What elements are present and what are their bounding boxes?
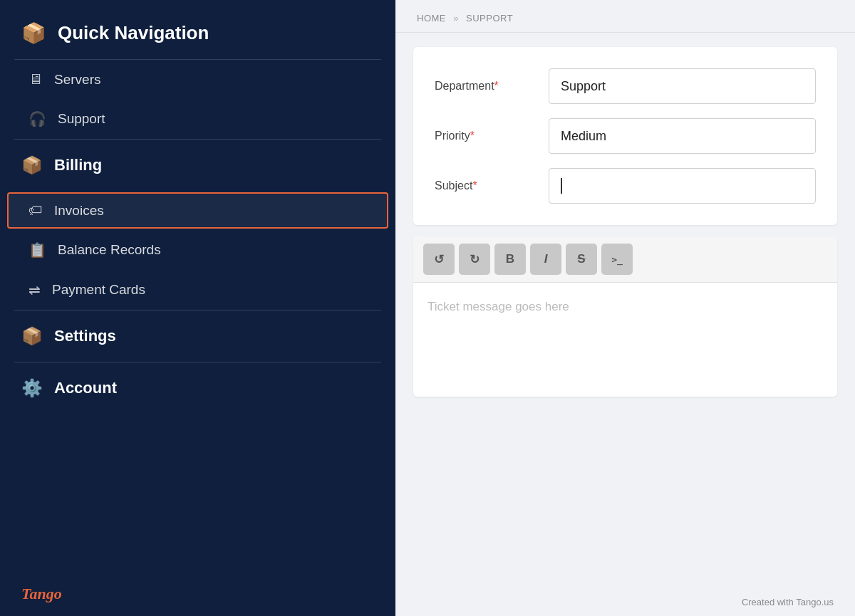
bold-button[interactable]: B (494, 244, 526, 275)
department-row: Department* Support (435, 68, 816, 104)
sidebar-item-balance-records[interactable]: 📋 Balance Records (0, 230, 395, 270)
tango-logo: Tango (21, 585, 62, 603)
servers-icon: 🖥 (28, 71, 43, 88)
account-section-label: Account (54, 379, 117, 397)
sidebar-item-invoices[interactable]: 🏷 Invoices (7, 192, 388, 229)
invoices-icon: 🏷 (28, 202, 43, 219)
breadcrumb: HOME » SUPPORT (395, 0, 855, 33)
subject-required: * (472, 179, 477, 192)
sidebar-footer: Tango (0, 572, 395, 616)
breadcrumb-home[interactable]: HOME (417, 13, 446, 24)
priority-label: Priority* (435, 130, 549, 142)
sidebar-title: Quick Navigation (58, 22, 209, 44)
sidebar-header[interactable]: 📦 Quick Navigation (0, 0, 395, 59)
italic-button[interactable]: I (530, 244, 561, 275)
payment-cards-icon: ⇌ (28, 281, 41, 298)
editor-toolbar: ↺ ↻ B I S >_ (413, 236, 837, 283)
account-icon: ⚙️ (21, 378, 43, 398)
breadcrumb-separator: » (453, 13, 459, 24)
billing-icon: 📦 (21, 155, 43, 175)
settings-section-label: Settings (54, 327, 116, 345)
support-icon: 🎧 (28, 110, 46, 127)
editor-card: ↺ ↻ B I S >_ Ticket message goes here (413, 236, 837, 397)
breadcrumb-current: SUPPORT (466, 13, 513, 24)
billing-section[interactable]: 📦 Billing (0, 140, 395, 191)
department-required: * (494, 80, 499, 92)
editor-body[interactable]: Ticket message goes here (413, 283, 837, 397)
undo-button[interactable]: ↺ (423, 244, 455, 275)
department-value: Support (561, 79, 606, 94)
form-card: Department* Support Priority* Medium Sub… (413, 47, 837, 225)
quick-nav-icon: 📦 (21, 21, 46, 45)
priority-field[interactable]: Medium (549, 118, 816, 154)
department-label: Department* (435, 80, 549, 93)
redo-button[interactable]: ↻ (459, 244, 490, 275)
sidebar-item-balance-records-label: Balance Records (58, 242, 161, 258)
sidebar-item-payment-cards-label: Payment Cards (52, 282, 145, 298)
priority-required: * (470, 130, 475, 142)
settings-section[interactable]: 📦 Settings (0, 310, 395, 362)
priority-row: Priority* Medium (435, 118, 816, 154)
main-content: HOME » SUPPORT Department* Support Prior… (395, 0, 855, 616)
department-field[interactable]: Support (549, 68, 816, 104)
strikethrough-button[interactable]: S (566, 244, 597, 275)
balance-records-icon: 📋 (28, 241, 46, 259)
sidebar: 📦 Quick Navigation 🖥 Servers 🎧 Support 📦… (0, 0, 395, 616)
code-button[interactable]: >_ (601, 244, 633, 275)
subject-row: Subject* (435, 168, 816, 204)
sidebar-item-servers-label: Servers (54, 72, 100, 88)
priority-value: Medium (561, 129, 606, 144)
subject-label: Subject* (435, 179, 549, 192)
footer-text: Created with Tango.us (742, 597, 834, 607)
settings-icon: 📦 (21, 326, 43, 346)
text-cursor (561, 178, 562, 194)
sidebar-item-payment-cards[interactable]: ⇌ Payment Cards (0, 270, 395, 310)
sidebar-item-servers[interactable]: 🖥 Servers (0, 60, 395, 99)
editor-placeholder: Ticket message goes here (428, 300, 569, 313)
sidebar-item-support-label: Support (58, 111, 105, 127)
subject-input[interactable] (549, 168, 816, 204)
account-section[interactable]: ⚙️ Account (0, 362, 395, 414)
sidebar-item-support[interactable]: 🎧 Support (0, 99, 395, 139)
sidebar-item-invoices-label: Invoices (54, 203, 104, 219)
billing-section-label: Billing (54, 156, 102, 174)
page-footer: Created with Tango.us (395, 588, 855, 616)
